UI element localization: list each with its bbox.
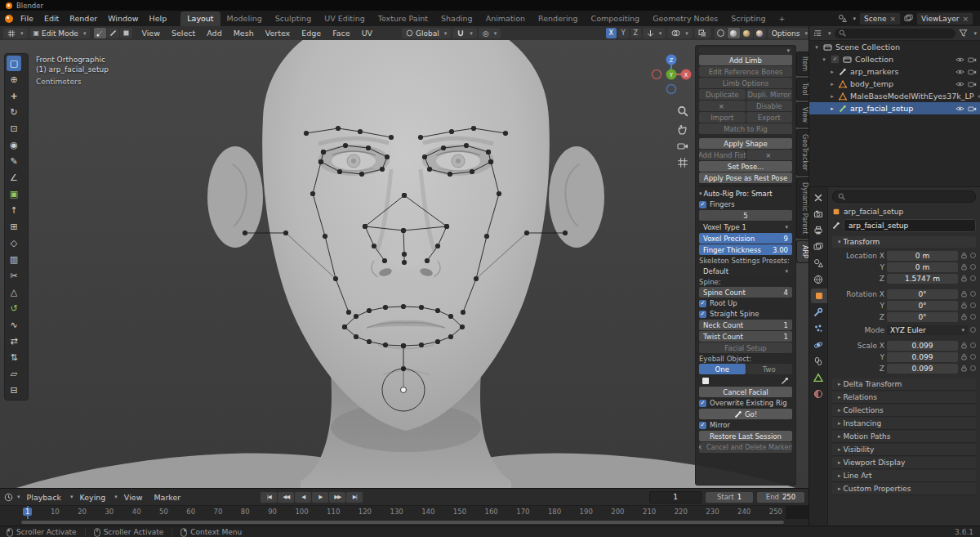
tab-item[interactable]: Item: [796, 51, 808, 76]
apply-shape-button[interactable]: Apply Shape: [699, 138, 792, 149]
tab-geotracker[interactable]: GeoTracker: [796, 129, 808, 176]
tool-shrink-fatten[interactable]: ⇅: [7, 350, 21, 365]
tool-loop-cut[interactable]: ▥: [7, 252, 21, 267]
tab-tool-properties[interactable]: [809, 190, 827, 205]
viewport-3d[interactable]: Front Orthographic (1) arp_facial_setup …: [0, 40, 808, 488]
spine-count-field[interactable]: Spine Count4: [699, 287, 792, 298]
menu-help[interactable]: Help: [145, 12, 172, 25]
navigation-gizmo[interactable]: Z X Y: [648, 51, 694, 97]
scale-z-field[interactable]: 0.099: [887, 364, 958, 374]
outliner-row-arp-markers[interactable]: ▸ arp_markers: [809, 65, 980, 78]
hide-eye-icon[interactable]: [956, 56, 964, 63]
tab-viewlayer-properties[interactable]: [809, 239, 827, 254]
location-y-field[interactable]: 0 m: [887, 262, 958, 272]
tab-dynamic-parent[interactable]: Dynamic Parent: [796, 177, 808, 239]
fingers-checkbox[interactable]: ✓Fingers: [699, 199, 792, 209]
collection-checkbox[interactable]: ✓: [831, 55, 840, 64]
edit-reference-bones-button[interactable]: Edit Reference Bones: [699, 66, 792, 77]
outliner-editor-icon[interactable]: [813, 29, 822, 38]
import-button[interactable]: Import: [699, 112, 746, 123]
neck-count-field[interactable]: Neck Count1: [699, 320, 792, 330]
blender-menu-icon[interactable]: [5, 15, 13, 23]
location-x-field[interactable]: 0 m: [887, 251, 958, 261]
tool-transform[interactable]: ◉: [7, 137, 21, 153]
options-dropdown[interactable]: Options ▾: [768, 28, 812, 38]
section-motion-paths[interactable]: ▸Motion Paths: [832, 431, 976, 443]
menu-render[interactable]: Render: [65, 12, 102, 25]
fingers-count-field[interactable]: 5: [699, 210, 792, 221]
disable-render-icon[interactable]: [968, 56, 977, 63]
workspace-tab-uv-editing[interactable]: UV Editing: [318, 11, 372, 26]
viewlayer-unlink-icon[interactable]: ×: [962, 15, 969, 23]
outliner-row-body-temp[interactable]: ▸ body_temp: [809, 78, 980, 90]
gizmo-z-negative[interactable]: [667, 85, 676, 94]
current-frame-tick[interactable]: 1: [23, 508, 32, 516]
menu-window[interactable]: Window: [103, 12, 143, 25]
tool-spin[interactable]: ↺: [7, 301, 21, 316]
set-pose-button[interactable]: Set Pose...: [699, 161, 792, 172]
disable-x-button[interactable]: ×: [699, 101, 746, 111]
tool-knife[interactable]: ✂: [7, 268, 21, 284]
panel-grip[interactable]: ▾: [699, 47, 792, 54]
hide-eye-icon[interactable]: [978, 93, 980, 100]
timeline-editor-icon[interactable]: [4, 493, 13, 502]
tab-view[interactable]: View: [796, 102, 808, 128]
tool-inset[interactable]: ⊞: [7, 219, 21, 235]
tab-tool[interactable]: Tool: [796, 78, 808, 101]
section-delta-transform[interactable]: ▸Delta Transform: [832, 378, 976, 391]
tab-object-data-properties[interactable]: [809, 370, 827, 385]
tool-scale[interactable]: ⊡: [7, 121, 21, 136]
eyeball-two-tab[interactable]: Two: [746, 364, 793, 374]
animate-dot-icon[interactable]: [970, 365, 976, 371]
mirror-y-toggle[interactable]: Y: [618, 28, 629, 38]
menu-face[interactable]: Face: [327, 27, 354, 39]
disable-render-icon[interactable]: [968, 105, 977, 112]
edge-select-button[interactable]: [107, 28, 119, 38]
animate-dot-icon[interactable]: [970, 354, 976, 360]
tab-modifier-properties[interactable]: [809, 305, 827, 320]
workspace-tab-texture-paint[interactable]: Texture Paint: [372, 11, 434, 26]
tab-arp[interactable]: ARP: [796, 240, 808, 263]
voxel-type-dropdown[interactable]: Voxel Type 1▾: [699, 222, 792, 232]
tool-poly-build[interactable]: △: [7, 284, 21, 300]
menu-marker[interactable]: Marker: [149, 491, 185, 503]
overwrite-rig-checkbox[interactable]: ✓Overwrite Existing Rig: [699, 398, 792, 408]
tool-edge-slide[interactable]: ⇄: [7, 333, 21, 349]
expand-icon[interactable]: ▾: [813, 44, 820, 51]
lock-icon[interactable]: [960, 353, 968, 360]
menu-uv[interactable]: UV: [357, 27, 377, 39]
section-viewport-display[interactable]: ▸Viewport Display: [832, 457, 976, 469]
tool-smooth[interactable]: ∿: [7, 317, 21, 333]
menu-file[interactable]: File: [16, 12, 38, 25]
animate-dot-icon[interactable]: [970, 253, 976, 258]
workspace-tab-shading[interactable]: Shading: [434, 11, 479, 26]
tool-add-cube[interactable]: ▣: [7, 186, 21, 202]
proportional-edit-toggle[interactable]: ◎ ▾: [479, 28, 501, 38]
workspace-tab-sculpting[interactable]: Sculpting: [269, 11, 318, 26]
play-button[interactable]: ▶: [312, 492, 328, 503]
viewlayer-browse-icon[interactable]: [904, 14, 913, 23]
show-gizmo-toggle[interactable]: ▾: [643, 28, 666, 38]
workspace-tab-add[interactable]: +: [773, 11, 792, 26]
lock-icon[interactable]: [960, 252, 968, 259]
breadcrumb-object-name[interactable]: arp_facial_setup: [844, 208, 903, 216]
duplicate-button[interactable]: Duplicate: [699, 89, 746, 100]
mirror-z-toggle[interactable]: Z: [630, 28, 641, 38]
workspace-tab-rendering[interactable]: Rendering: [532, 11, 585, 26]
scene-selector[interactable]: Scene ×: [859, 12, 901, 25]
start-frame-field[interactable]: Start1: [706, 492, 753, 503]
tool-move[interactable]: +: [7, 88, 21, 104]
cancel-facial-button[interactable]: Cancel Facial: [699, 387, 792, 397]
filter-caret-icon[interactable]: ▾: [973, 30, 977, 37]
smart-section-header[interactable]: ▾Auto-Rig Pro: Smart: [699, 189, 792, 199]
hide-eye-icon[interactable]: [956, 105, 964, 112]
workspace-tab-scripting[interactable]: Scripting: [724, 11, 772, 26]
viewlayer-selector[interactable]: ViewLayer ×: [916, 12, 973, 25]
section-collections[interactable]: ▸Collections: [832, 405, 976, 417]
eyedropper-icon[interactable]: [781, 377, 789, 385]
menu-keying[interactable]: Keying: [74, 491, 110, 503]
outliner-search-input[interactable]: [835, 29, 956, 38]
jump-to-end-button[interactable]: ▶|: [346, 492, 363, 503]
disable-button[interactable]: Disable: [746, 101, 793, 111]
gizmo-x-negative[interactable]: [653, 70, 662, 79]
